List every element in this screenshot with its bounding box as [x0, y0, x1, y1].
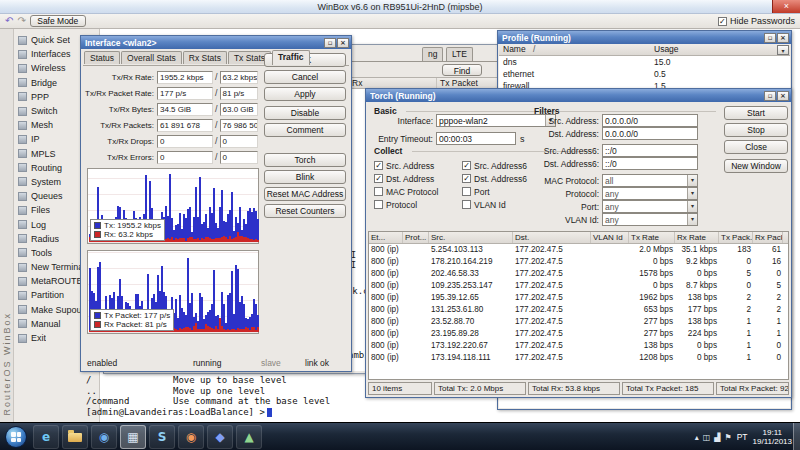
torch-table-row[interactable]: 800 (ip)173.194.118.111177.202.47.51208 …: [369, 352, 788, 364]
apply-button[interactable]: Apply: [264, 87, 346, 101]
column-header-usage[interactable]: Usage: [654, 44, 679, 55]
tray-icon-1[interactable]: ▴: [695, 433, 699, 442]
dst-address-field[interactable]: 0.0.0.0/0: [602, 127, 698, 140]
taskbar-app-app-green[interactable]: ▲: [236, 425, 262, 449]
mac-protocol-checkbox[interactable]: [374, 187, 383, 196]
legend-swatch: [94, 222, 101, 229]
start-button[interactable]: [5, 426, 27, 448]
taskbar-app-internet-explorer[interactable]: e: [33, 425, 59, 449]
src-address-checkbox[interactable]: ✓: [374, 161, 383, 170]
app-titlebar[interactable]: WinBox v6.6 on RB951Ui-2HnD (mipsbe) ×: [0, 0, 800, 14]
protocol-checkbox[interactable]: [374, 200, 383, 209]
taskbar-app-app-blue[interactable]: ◆: [207, 425, 233, 449]
torch-table-header: Et...Prot...Src.Dst.VLAN IdTx RateRx Rat…: [369, 232, 788, 244]
protocol-field[interactable]: any▾: [602, 187, 698, 200]
reset-counters-button[interactable]: Reset Counters: [264, 204, 346, 218]
taskbar-app-skype[interactable]: S: [149, 425, 175, 449]
start-button[interactable]: Start: [724, 106, 788, 120]
vlan-id-field[interactable]: any▾: [602, 213, 698, 226]
torch-table-row[interactable]: 800 (ip)195.39.12.65177.202.47.51962 bps…: [369, 292, 788, 304]
terminal-help-line: /Move up to base level: [86, 375, 396, 386]
torch-table-row[interactable]: 800 (ip)109.235.253.147177.202.47.50 bps…: [369, 280, 788, 292]
profile-titlebar[interactable]: Profile (Running) ▫ ×: [498, 31, 791, 44]
profile-row[interactable]: dns15.0: [499, 56, 790, 68]
minimize-icon[interactable]: ▫: [764, 33, 776, 43]
hide-passwords-toggle[interactable]: ✓ Hide Passwords: [718, 16, 795, 26]
undo-icon[interactable]: ↶: [5, 15, 13, 27]
column-header-dst[interactable]: Dst.: [513, 232, 591, 243]
blink-button[interactable]: Blink: [264, 170, 346, 184]
torch-table-row[interactable]: 800 (ip)202.46.58.33177.202.47.51578 bps…: [369, 268, 788, 280]
torch-table-row[interactable]: 800 (ip)5.254.103.113177.202.47.52.0 Mbp…: [369, 244, 788, 256]
mac-protocol-field[interactable]: all▾: [602, 174, 698, 187]
tab-overall-stats[interactable]: Overall Stats: [121, 51, 182, 64]
hide-passwords-checkbox[interactable]: ✓: [718, 17, 727, 26]
vlan-id-checkbox[interactable]: [462, 200, 471, 209]
tray-icon-4[interactable]: ⚑: [725, 433, 732, 442]
close-button[interactable]: Close: [724, 140, 788, 154]
show-desktop-button[interactable]: [793, 423, 800, 450]
interface-dialog-titlebar[interactable]: Interface <wlan2> ▫ ×: [81, 36, 351, 49]
tab-lte[interactable]: LTE: [446, 47, 473, 61]
dst-address-checkbox[interactable]: ✓: [374, 174, 383, 183]
column-header-rx[interactable]: Rx: [349, 78, 437, 88]
torch-table-row[interactable]: 800 (ip)23.195.89.28177.202.47.5277 bps2…: [369, 328, 788, 340]
torch-table-row[interactable]: 800 (ip)173.192.220.67177.202.47.5138 bp…: [369, 340, 788, 352]
torch-table-row[interactable]: 800 (ip)23.52.88.70177.202.47.5277 bps13…: [369, 316, 788, 328]
entry-timeout-field[interactable]: 00:00:03: [436, 132, 516, 145]
column-header-tx-rate[interactable]: Tx Rate: [629, 232, 675, 243]
profile-row[interactable]: ethernet0.5: [499, 68, 790, 80]
new-window-button[interactable]: New Window: [724, 159, 788, 173]
close-icon[interactable]: ×: [772, 0, 800, 13]
tab-traffic[interactable]: Traffic: [272, 50, 310, 65]
tab-rx-stats[interactable]: Rx Stats: [183, 51, 227, 64]
find-button[interactable]: Find: [442, 64, 482, 76]
reset-mac-address-button[interactable]: Reset MAC Address: [264, 187, 346, 201]
dst-address6-checkbox[interactable]: ✓: [462, 174, 471, 183]
close-icon[interactable]: ×: [777, 33, 789, 43]
cell: 800 (ip): [369, 268, 403, 280]
taskbar-app-file-explorer[interactable]: [62, 425, 88, 449]
column-header-rx-pack[interactable]: Rx Pack...: [753, 232, 783, 243]
torch-table-row[interactable]: 800 (ip)178.210.164.219177.202.47.50 bps…: [369, 256, 788, 268]
torch-titlebar[interactable]: Torch (Running) ▫ ×: [366, 89, 791, 102]
tray-icon-3[interactable]: ▟: [714, 433, 720, 442]
column-header-et[interactable]: Et...: [369, 232, 403, 243]
port-field[interactable]: any▾: [602, 200, 698, 213]
close-icon[interactable]: ×: [337, 38, 349, 48]
column-header-tx-pack[interactable]: Tx Pack...: [719, 232, 753, 243]
sidebar-item-label: Mesh: [31, 120, 53, 130]
comment-button[interactable]: Comment: [264, 123, 346, 137]
port-checkbox[interactable]: [462, 187, 471, 196]
dst-address6-field[interactable]: ::/0: [602, 157, 698, 170]
disable-button[interactable]: Disable: [264, 106, 346, 120]
src-address6-field[interactable]: ::/0: [602, 144, 698, 157]
column-header-vlan-id[interactable]: VLAN Id: [591, 232, 629, 243]
torch-button[interactable]: Torch: [264, 153, 346, 167]
minimize-icon[interactable]: ▫: [764, 91, 776, 101]
terminal-prompt-line[interactable]: [admin@Lavandeiras:LoadBalance] >: [86, 407, 396, 418]
terminal-window[interactable]: /Move up to base level..Move up one leve…: [86, 375, 396, 418]
column-header-name[interactable]: Name: [503, 44, 526, 55]
src-address6-checkbox[interactable]: ✓: [462, 161, 471, 170]
taskbar-clock[interactable]: 19:11 19/11/2013: [753, 428, 792, 446]
cancel-button[interactable]: Cancel: [264, 70, 346, 84]
column-select-icon[interactable]: ▾: [777, 45, 789, 55]
tab-fragment-bonding[interactable]: ng: [422, 47, 443, 61]
minimize-icon[interactable]: ▫: [324, 38, 336, 48]
safe-mode-button[interactable]: Safe Mode: [30, 15, 86, 27]
stop-button[interactable]: Stop: [724, 123, 788, 137]
tab-status[interactable]: Status: [84, 51, 120, 64]
src-address-field[interactable]: 0.0.0.0/0: [602, 114, 698, 127]
taskbar-app-media-player[interactable]: ◉: [91, 425, 117, 449]
language-indicator[interactable]: PT: [737, 432, 748, 442]
tray-icon-2[interactable]: ◫: [703, 433, 711, 442]
taskbar-app-firefox[interactable]: ◉: [178, 425, 204, 449]
column-header-rx-rate[interactable]: Rx Rate: [675, 232, 719, 243]
taskbar-app-winbox[interactable]: ▦: [120, 425, 146, 449]
column-header-prot[interactable]: Prot...: [403, 232, 429, 243]
redo-icon[interactable]: ↷: [17, 15, 25, 27]
column-header-src[interactable]: Src.: [429, 232, 513, 243]
close-icon[interactable]: ×: [777, 91, 789, 101]
torch-table-row[interactable]: 800 (ip)131.253.61.80177.202.47.5653 bps…: [369, 304, 788, 316]
